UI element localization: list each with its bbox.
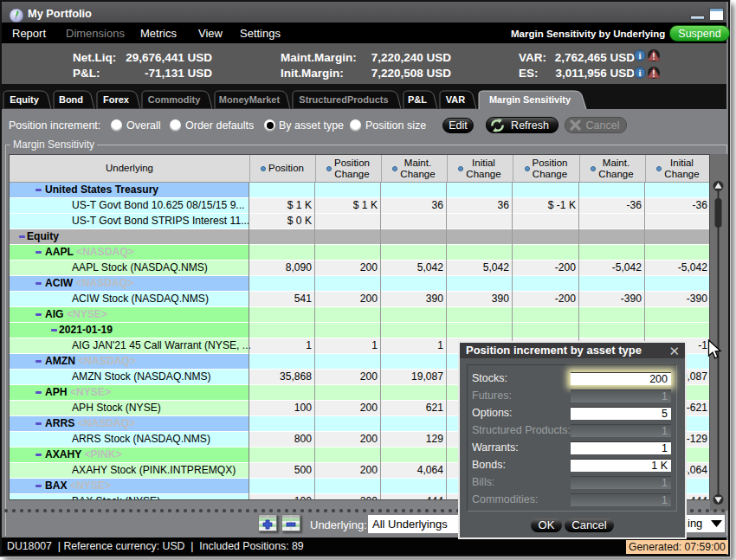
svg-text:P&L: P&L [408, 94, 427, 105]
svg-text:i: i [638, 50, 641, 61]
svg-text:!: ! [652, 52, 655, 61]
svg-text:Commodity: Commodity [148, 94, 201, 105]
svg-text:!: ! [652, 69, 655, 79]
svg-text:VAR: VAR [446, 94, 465, 105]
svg-text:Forex: Forex [103, 94, 130, 105]
svg-text:StructuredProducts: StructuredProducts [299, 94, 388, 105]
svg-text:MoneyMarket: MoneyMarket [219, 94, 281, 105]
svg-text:Margin Sensitivity: Margin Sensitivity [489, 94, 571, 105]
svg-text:Equity: Equity [10, 94, 39, 105]
svg-text:i: i [638, 68, 641, 78]
svg-text:Bond: Bond [59, 94, 83, 105]
